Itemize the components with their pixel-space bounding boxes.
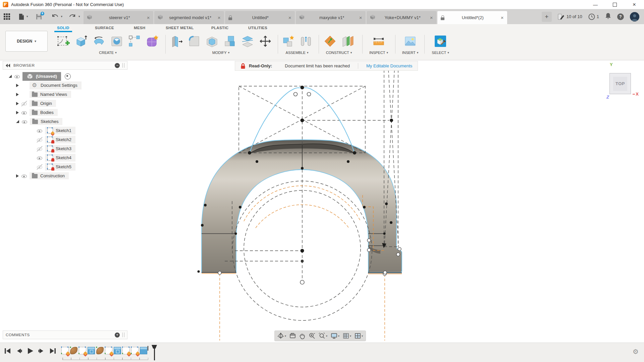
browser-item-pill[interactable]: Bodies (30, 109, 58, 116)
expand-arrow-icon[interactable] (16, 120, 19, 123)
browser-header[interactable]: BROWSER − (3, 61, 127, 70)
add-comment-icon[interactable]: + (115, 333, 120, 338)
browser-item-pill[interactable]: Construction (30, 172, 69, 179)
hole-button[interactable] (109, 34, 124, 49)
create-form-button[interactable] (145, 34, 160, 49)
tab-close-icon[interactable]: × (218, 15, 221, 20)
browser-item-pill[interactable]: Document Settings (30, 81, 82, 89)
expand-arrow-icon[interactable] (9, 75, 12, 78)
browser-minimize-icon[interactable]: − (115, 63, 120, 68)
group-label-modify[interactable]: MODIFY▾ (212, 51, 229, 55)
timeline-settings-gear-icon[interactable]: ⚙ (633, 348, 639, 355)
visibility-eye-icon[interactable] (37, 137, 43, 142)
ribbon-tab[interactable]: SURFACE (95, 26, 114, 30)
solid-body[interactable] (202, 140, 402, 274)
viewports-button[interactable]: ▾ (355, 333, 363, 339)
revolve-button[interactable] (91, 34, 107, 49)
group-label-insert[interactable]: INSERT▾ (402, 51, 419, 55)
editable-documents-link[interactable]: My Editable Documents (366, 63, 412, 68)
panel-grip-handle[interactable] (122, 333, 124, 337)
group-label-create[interactable]: CREATE▾ (99, 51, 116, 55)
orbit-button[interactable]: ▾ (277, 333, 286, 339)
visibility-eye-icon[interactable] (37, 146, 43, 152)
browser-tree-row[interactable]: Sketch1 (3, 126, 127, 135)
construction-plane-button[interactable] (322, 34, 338, 49)
redo-icon[interactable] (68, 13, 77, 20)
combine-button[interactable] (222, 34, 237, 49)
close-button[interactable]: × (625, 0, 644, 9)
insert-canvas-button[interactable] (402, 34, 418, 49)
undo-caret-icon[interactable]: ▾ (61, 15, 63, 18)
select-button[interactable] (433, 34, 448, 49)
split-body-button[interactable] (240, 34, 255, 49)
group-label-inspect[interactable]: INSPECT▾ (369, 51, 388, 55)
ribbon-tab[interactable]: UTILITIES (248, 26, 267, 30)
file-menu-icon[interactable] (18, 12, 25, 21)
user-avatar[interactable] (630, 12, 639, 21)
document-tab[interactable]: Untitled* × (225, 11, 295, 24)
browser-item-pill[interactable]: Sketch1 (45, 127, 75, 134)
visibility-eye-icon[interactable] (21, 119, 28, 124)
browser-tree-row[interactable]: Sketch2 (3, 135, 127, 144)
tab-close-icon[interactable]: × (359, 15, 362, 20)
comments-header[interactable]: COMMENTS + (3, 330, 127, 339)
zoom-button[interactable] (309, 333, 315, 339)
timeline-feature[interactable] (140, 347, 147, 354)
tab-close-icon[interactable]: × (430, 15, 433, 20)
app-grid-icon[interactable] (3, 12, 11, 21)
go-to-end-button[interactable] (49, 348, 56, 354)
play-button[interactable] (27, 347, 34, 355)
grid-snaps-button[interactable]: ▾ (343, 333, 351, 339)
offset-plane-button[interactable] (340, 34, 356, 49)
tab-close-icon[interactable]: × (288, 15, 291, 20)
timeline-feature[interactable] (105, 347, 112, 354)
timeline-feature[interactable] (70, 347, 77, 354)
browser-tree-row[interactable]: Sketch3 (3, 144, 127, 153)
create-sketch-button[interactable] (56, 34, 71, 49)
timeline-feature[interactable] (114, 347, 121, 354)
timeline-feature[interactable] (122, 347, 130, 354)
browser-tree-row[interactable]: Sketch5 (3, 162, 127, 171)
browser-root-row[interactable]: (Unsaved) (3, 72, 127, 81)
root-document-pill[interactable]: (Unsaved) (22, 72, 61, 81)
press-pull-button[interactable] (169, 34, 184, 49)
group-label-assemble[interactable]: ASSEMBLE▾ (286, 51, 309, 55)
document-tab[interactable]: Untitled*(2) × (437, 11, 507, 24)
expand-arrow-icon[interactable] (16, 174, 19, 178)
timeline-feature[interactable] (131, 347, 139, 354)
joint-button[interactable] (298, 34, 314, 49)
save-icon[interactable] (35, 13, 43, 21)
browser-tree-row[interactable]: Construction (3, 171, 127, 180)
group-label-select[interactable]: SELECT▾ (432, 51, 449, 55)
browser-tree-row[interactable]: Sketches (3, 117, 127, 126)
expand-arrow-icon[interactable] (16, 102, 19, 105)
document-quota[interactable]: 10 of 10 (558, 14, 582, 20)
fillet-button[interactable] (186, 34, 202, 49)
redo-caret-icon[interactable]: ▾ (78, 15, 80, 18)
expand-arrow-icon[interactable] (16, 93, 19, 96)
visibility-eye-icon[interactable] (21, 173, 27, 179)
visibility-eye-icon[interactable] (37, 155, 43, 161)
timeline-feature[interactable] (79, 347, 86, 354)
maximize-button[interactable] (605, 0, 625, 9)
view-cube[interactable]: TOP Y Z X (609, 73, 631, 94)
timeline-position-marker[interactable] (152, 345, 157, 360)
expand-arrow-icon[interactable] (16, 84, 19, 87)
expand-arrow-icon[interactable] (16, 111, 19, 114)
extrude-button[interactable] (73, 34, 89, 49)
pattern-button[interactable] (127, 34, 142, 49)
go-to-start-button[interactable] (4, 348, 11, 354)
browser-item-pill[interactable]: Sketches (30, 118, 62, 125)
document-tab[interactable]: steerer v1* × (84, 11, 153, 24)
ribbon-tab[interactable]: MESH (134, 26, 145, 30)
timeline-feature[interactable] (96, 347, 104, 354)
step-back-button[interactable] (16, 348, 22, 354)
browser-tree-row[interactable]: Named Views (3, 90, 127, 99)
shell-button[interactable] (204, 34, 220, 49)
tab-close-icon[interactable]: × (501, 15, 504, 20)
view-cube-face[interactable]: TOP (613, 77, 627, 91)
ribbon-tab[interactable]: PLASTIC (211, 26, 228, 30)
look-at-button[interactable] (289, 333, 296, 339)
new-component-button[interactable] (280, 34, 296, 49)
document-tab[interactable]: Yoke+DUMMY v1* × (367, 11, 436, 24)
